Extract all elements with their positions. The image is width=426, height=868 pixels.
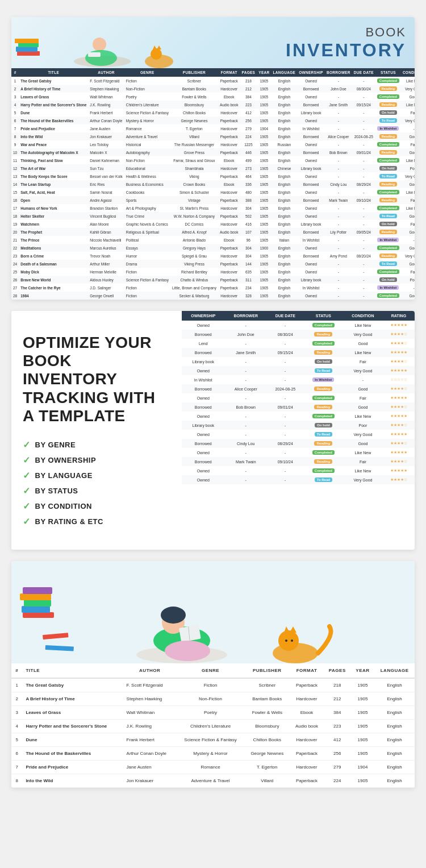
table-row: 9War and PeaceLeo TolstoyHistoricalThe R… (11, 140, 415, 148)
b-col-year: YEAR (351, 663, 374, 678)
promo-left: OPTIMIZE YOUR BOOK INVENTORY TRACKING WI… (11, 311, 182, 550)
col-ownership: OWNERSHIP (297, 68, 325, 77)
rating-stars: ★★★★★ (390, 432, 407, 436)
status-badge: In Wishlist (377, 126, 399, 131)
main-table-body: 1The Great GatsbyF. Scott FitzgeraldFict… (11, 77, 415, 300)
rating-stars: ★★★★★ (390, 368, 407, 372)
status-badge: Reading (379, 86, 398, 91)
status-badge: Reading (314, 350, 332, 355)
check-icon-rating: ✓ (23, 516, 31, 527)
mini-col-status: STATUS (304, 311, 343, 321)
promo-item-language-label: BY LANGUAGE (35, 471, 93, 480)
col-pages: PAGES (240, 68, 257, 77)
col-num: # (11, 68, 19, 77)
status-badge: Completed (377, 246, 399, 250)
status-badge: To Read (315, 477, 332, 482)
status-badge: Completed (377, 293, 399, 298)
main-table-container: # TITLE AUTHOR GENRE PUBLISHER FORMAT PA… (11, 68, 415, 300)
table-row: 3Leaves of GrassWalt WhitmanPoetryFowler… (11, 706, 415, 720)
status-badge: To Read (315, 368, 332, 373)
table-row: Owned--To ReadVery Good★★★★★ (182, 430, 415, 439)
status-badge: Completed (377, 190, 399, 194)
status-badge: On hold (315, 359, 332, 364)
status-badge: Reading (314, 405, 332, 409)
table-row: 20The ProphetKahlil GibranReligious & Sp… (11, 228, 415, 236)
status-badge: Reading (314, 387, 332, 391)
table-row: 8Into the WildJon KrakauerAdventure & Tr… (11, 132, 415, 140)
status-badge: On hold (379, 277, 397, 282)
table-row: 26Brave New WorldAldous HuxleyScience Fi… (11, 276, 415, 284)
table-row: 8Into the WildJon KrakauerAdventure & Tr… (11, 774, 415, 788)
svg-rect-2 (18, 43, 39, 47)
promo-item-condition-label: BY CONDITION (35, 502, 92, 510)
table-row: 3Leaves of GrassWalt WhitmanPoetryFowler… (11, 93, 415, 101)
b-col-language: LANGUAGE (374, 663, 415, 678)
table-row: BorrowedAlice Cooper2024-08-25ReadingGoo… (182, 384, 415, 393)
table-row: 1The Great GatsbyF. Scott FitzgeraldFict… (11, 678, 415, 692)
status-badge: Reading (379, 230, 398, 234)
rating-stars: ☆☆☆☆☆ (390, 377, 407, 381)
table-row: 27The Catcher in the RyeJ.D. SalingerFic… (11, 284, 415, 292)
promo-item-ownership: ✓ BY OWNERSHIP (23, 455, 170, 466)
col-title: TITLE (19, 68, 88, 77)
svg-point-24 (165, 641, 210, 661)
table-row: 11Thinking, Fast and SlowDaniel Kahneman… (11, 156, 415, 164)
status-badge: To Read (379, 118, 397, 123)
table-row: 22MeditationsMarcus AureliusEssaysGregor… (11, 244, 415, 252)
main-inventory-table: # TITLE AUTHOR GENRE PUBLISHER FORMAT PA… (11, 68, 415, 300)
status-badge: On hold (379, 222, 397, 226)
section2-promo: OPTIMIZE YOUR BOOK INVENTORY TRACKING WI… (11, 311, 415, 550)
rating-stars: ★★★★★ (390, 468, 407, 472)
bottom-table-header: # TITLE AUTHOR GENRE PUBLISHER FORMAT PA… (11, 663, 415, 678)
book-title-header: BOOK INVENTORY (286, 25, 406, 65)
rating-stars: ★★★★☆ (390, 405, 407, 409)
svg-rect-7 (88, 52, 101, 57)
status-badge: On hold (315, 423, 332, 427)
rating-stars: ★★★★☆ (390, 459, 407, 463)
table-row: Owned--To ReadVery Good★★★★☆ (182, 475, 415, 484)
table-row: BorrowedMark Twain09/10/24ReadingFair★★★… (182, 457, 415, 466)
svg-rect-1 (16, 47, 37, 52)
table-row: 4Harry Potter and the Sorcerer's StoneJ.… (11, 101, 415, 109)
svg-rect-0 (17, 51, 40, 56)
status-badge: Completed (377, 94, 399, 99)
svg-rect-13 (23, 612, 54, 618)
status-badge: Reading (379, 254, 398, 258)
check-icon-genre: ✓ (23, 439, 31, 450)
col-duedate: DUE DATE (352, 68, 375, 77)
rating-stars: ★★★★★ (390, 396, 407, 400)
rating-stars: ★★★★☆ (390, 423, 407, 427)
status-badge: Completed (312, 323, 335, 327)
b-col-publisher: PUBLISHER (244, 663, 290, 678)
promo-item-rating-label: BY RATING & ETC (35, 517, 103, 526)
table-row: BorrowedCindy Lou08/29/24ReadingGood★★★★… (182, 439, 415, 448)
col-language: LANGUAGE (272, 68, 298, 77)
status-badge: Completed (312, 450, 335, 455)
table-row: In Wishlist--In Wishlist-☆☆☆☆☆ (182, 375, 415, 384)
book-label: BOOK (286, 25, 406, 40)
table-row: Owned--CompletedLike New★★★★★ (182, 448, 415, 457)
rating-stars: ★★★★☆ (390, 359, 407, 363)
table-row: 5DuneFrank HerbertScience Fiction & Fant… (11, 109, 415, 117)
section1-book-inventory: BOOK INVENTORY # TITLE AUTHOR GENRE PUBL… (11, 17, 415, 300)
check-icon-status: ✓ (23, 485, 31, 496)
table-row: 2A Brief History of TimeStephen HawkingN… (11, 692, 415, 706)
table-row: 7Pride and PrejudiceJane AustenRomanceT.… (11, 761, 415, 774)
table-row: 10The Autobiography of Malcolm XMalcolm … (11, 148, 415, 156)
table-row: 13The Body Keeps the ScoreBessel van der… (11, 172, 415, 180)
promo-item-status-label: BY STATUS (35, 487, 78, 495)
status-badge: Completed (377, 206, 399, 210)
inventory-label: INVENTORY (286, 40, 406, 61)
svg-point-29 (285, 639, 287, 642)
table-row: 12The Art of WarSun TzuEducationalShambh… (11, 164, 415, 172)
svg-point-30 (291, 639, 293, 642)
table-row: Lend--CompletedGood★★★★☆ (182, 339, 415, 348)
table-row: 25Moby DickHerman MelvilleFictionRichard… (11, 268, 415, 276)
table-row: BorrowedBob Brown09/01/24ReadingGood★★★★… (182, 402, 415, 412)
promo-item-status: ✓ BY STATUS (23, 485, 170, 496)
b-col-author: AUTHOR (123, 663, 177, 678)
status-badge: Reading (379, 182, 398, 186)
status-badge: To Read (379, 261, 397, 266)
svg-rect-14 (22, 606, 50, 613)
status-badge: Reading (379, 102, 398, 107)
